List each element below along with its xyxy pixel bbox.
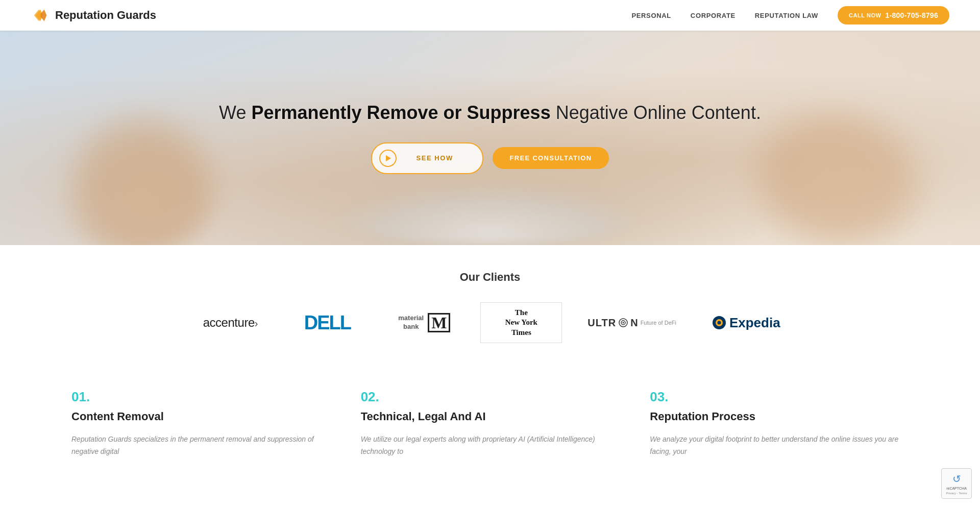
headline-strong: Permanently Remove or Suppress <box>251 102 550 123</box>
logo-icon <box>31 6 50 25</box>
hero-section: We Permanently Remove or Suppress Negati… <box>0 31 980 245</box>
clients-title: Our Clients <box>31 271 949 284</box>
accenture-arrow-icon: › <box>255 318 258 329</box>
hero-buttons: SEE HOW FREE CONSULTATION <box>371 142 609 174</box>
clients-logos-row: accenture› DELL materialbank M TheNew Yo… <box>31 302 949 343</box>
svg-point-5 <box>623 322 624 324</box>
material-bank-icon: M <box>428 313 450 332</box>
client-logo-accenture: accenture› <box>189 302 271 343</box>
hero-keyboard <box>337 184 643 245</box>
service-desc-3: We analyze your digital footprint to bet… <box>650 433 909 458</box>
service-desc-2: We utilize our legal experts along with … <box>361 433 620 458</box>
service-number-1: 01. <box>71 389 330 405</box>
ultron-icon <box>618 318 628 328</box>
logo-text: Reputation Guards <box>55 9 156 22</box>
see-how-button[interactable]: SEE HOW <box>371 142 483 174</box>
header: Reputation Guards PERSONAL CORPORATE REP… <box>0 0 980 31</box>
client-logo-ultron: ULTR N Future of DeFi <box>577 302 687 343</box>
play-triangle-icon <box>386 155 391 161</box>
service-title-1: Content Removal <box>71 410 330 423</box>
hero-content: We Permanently Remove or Suppress Negati… <box>219 102 761 174</box>
service-title-3: Reputation Process <box>650 410 909 423</box>
service-item-3: 03. Reputation Process We analyze your d… <box>650 389 909 458</box>
logo-area[interactable]: Reputation Guards <box>31 6 156 25</box>
free-consultation-button[interactable]: FREE CONSULTATION <box>493 147 609 169</box>
call-now-button[interactable]: CALL NOW 1-800-705-8796 <box>838 6 949 25</box>
service-number-3: 03. <box>650 389 909 405</box>
play-circle-icon <box>379 150 397 167</box>
client-logo-material-bank: materialbank M <box>383 302 465 343</box>
clients-section: Our Clients accenture› DELL materialbank… <box>0 245 980 358</box>
nav-personal[interactable]: PERSONAL <box>631 12 671 19</box>
main-nav: PERSONAL CORPORATE REPUTATION LAW CALL N… <box>631 6 949 25</box>
phone-number: 1-800-705-8796 <box>885 11 938 19</box>
recaptcha-icon: ↺ <box>952 473 961 478</box>
service-title-2: Technical, Legal And AI <box>361 410 620 423</box>
client-logo-expedia: Expedia <box>702 302 791 343</box>
service-number-2: 02. <box>361 389 620 405</box>
client-logo-dell: DELL <box>286 302 368 343</box>
nav-corporate[interactable]: CORPORATE <box>691 12 736 19</box>
hero-headline: We Permanently Remove or Suppress Negati… <box>219 102 761 124</box>
expedia-globe-icon <box>712 316 726 330</box>
nav-reputation-law[interactable]: REPUTATION LAW <box>755 12 818 19</box>
svg-point-8 <box>717 321 721 325</box>
service-item-2: 02. Technical, Legal And AI We utilize o… <box>361 389 620 458</box>
call-label: CALL NOW <box>849 12 881 18</box>
service-item-1: 01. Content Removal Reputation Guards sp… <box>71 389 330 458</box>
recaptcha-badge: ↺ reCAPTCHA Privacy - Terms <box>941 468 972 478</box>
service-desc-1: Reputation Guards specializes in the per… <box>71 433 330 458</box>
services-section: 01. Content Removal Reputation Guards sp… <box>0 358 980 478</box>
see-how-label: SEE HOW <box>402 154 468 162</box>
client-logo-nyt: TheNew YorkTimes <box>480 302 562 343</box>
headline-suffix: Negative Online Content. <box>551 102 761 123</box>
headline-prefix: We <box>219 102 251 123</box>
